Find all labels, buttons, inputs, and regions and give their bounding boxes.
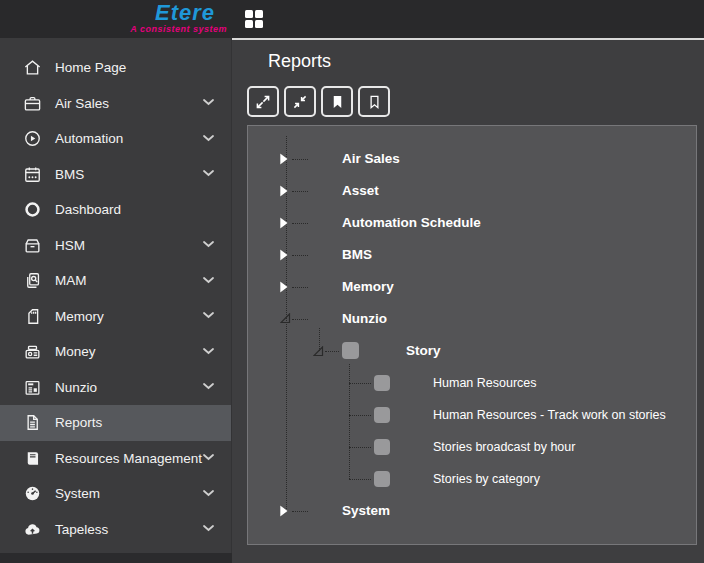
- tree-item-label[interactable]: Stories broadcast by hour: [433, 431, 575, 463]
- chevron-down-icon[interactable]: [203, 490, 214, 497]
- newspaper-icon: [22, 377, 42, 397]
- tree-expander-collapsed-icon[interactable]: [280, 249, 288, 261]
- tree-item-label[interactable]: Story: [406, 335, 441, 367]
- tree-item-system[interactable]: System: [248, 495, 696, 527]
- tree-item-nunzio[interactable]: Nunzio: [248, 303, 696, 335]
- sidebar-item-air-sales[interactable]: Air Sales: [0, 86, 231, 122]
- chevron-down-icon[interactable]: [203, 99, 214, 106]
- tree-expander-expanded-icon[interactable]: [313, 346, 324, 357]
- tree-item-checkbox[interactable]: [374, 375, 390, 391]
- chevron-down-icon[interactable]: [203, 383, 214, 390]
- sidebar-item-label: BMS: [55, 167, 84, 182]
- sidebar-item-mam[interactable]: MAM: [0, 263, 231, 299]
- logo-tagline: A consistent system: [130, 24, 227, 34]
- main-content: Reports: [232, 38, 704, 563]
- tree-expander-collapsed-icon[interactable]: [280, 185, 288, 197]
- tree-item-label[interactable]: System: [342, 495, 390, 527]
- tree-item-label[interactable]: BMS: [342, 239, 372, 271]
- tree-item-checkbox[interactable]: [374, 439, 390, 455]
- play-circle-icon: [22, 129, 42, 149]
- tree-expander-collapsed-icon[interactable]: [280, 281, 288, 293]
- sidebar: Home Page Air Sales Automation BMS Dashb…: [0, 38, 232, 553]
- tree-item-label[interactable]: Human Resources: [433, 367, 537, 399]
- logo: Etere A consistent system: [0, 0, 232, 38]
- apps-grid-icon[interactable]: [243, 9, 265, 31]
- chevron-down-icon[interactable]: [203, 170, 214, 177]
- sidebar-item-tapeless[interactable]: Tapeless: [0, 512, 231, 548]
- sidebar-item-label: Nunzio: [55, 380, 97, 395]
- chevron-down-icon[interactable]: [203, 454, 214, 461]
- report-document-icon: [22, 413, 42, 433]
- tree-item-asset[interactable]: Asset: [248, 175, 696, 207]
- tree-item-automation-schedule[interactable]: Automation Schedule: [248, 207, 696, 239]
- sidebar-item-hsm[interactable]: HSM: [0, 228, 231, 264]
- sidebar-item-label: Memory: [55, 309, 104, 324]
- sd-card-icon: [22, 306, 42, 326]
- chevron-down-icon[interactable]: [203, 241, 214, 248]
- tree-expander-collapsed-icon[interactable]: [280, 153, 288, 165]
- expand-icon: [255, 94, 271, 110]
- bookmark-outline-icon: [367, 94, 382, 110]
- tree-item-human-resources-track-work[interactable]: Human Resources - Track work on stories: [248, 399, 696, 431]
- sidebar-item-label: Automation: [55, 131, 123, 146]
- bookmark-filled-button[interactable]: [321, 86, 353, 117]
- calendar-icon: [22, 164, 42, 184]
- gauge-icon: [22, 484, 42, 504]
- tree-item-label[interactable]: Memory: [342, 271, 394, 303]
- tree: Air Sales Asset Automation Schedule BMS …: [248, 126, 696, 527]
- bookmark-outline-button[interactable]: [358, 86, 390, 117]
- chevron-down-icon[interactable]: [203, 312, 214, 319]
- tree-item-air-sales[interactable]: Air Sales: [248, 143, 696, 175]
- tree-item-stories-by-category[interactable]: Stories by category: [248, 463, 696, 495]
- chevron-down-icon[interactable]: [203, 348, 214, 355]
- sidebar-item-reports[interactable]: Reports: [0, 405, 231, 441]
- tree-item-human-resources[interactable]: Human Resources: [248, 367, 696, 399]
- logo-title: Etere: [155, 0, 215, 26]
- tree-item-checkbox[interactable]: [374, 407, 390, 423]
- sidebar-item-automation[interactable]: Automation: [0, 121, 231, 157]
- tree-item-bms[interactable]: BMS: [248, 239, 696, 271]
- chevron-down-icon[interactable]: [203, 277, 214, 284]
- tree-item-label[interactable]: Human Resources - Track work on stories: [433, 399, 666, 431]
- tree-item-label[interactable]: Air Sales: [342, 143, 400, 175]
- briefcase-icon: [22, 93, 42, 113]
- tree-item-label[interactable]: Automation Schedule: [342, 207, 481, 239]
- tree-expander-collapsed-icon[interactable]: [280, 505, 288, 517]
- bookmark-filled-icon: [330, 94, 345, 110]
- sidebar-item-memory[interactable]: Memory: [0, 299, 231, 335]
- sidebar-item-nunzio[interactable]: Nunzio: [0, 370, 231, 406]
- collapse-all-button[interactable]: [284, 86, 316, 117]
- tree-item-label[interactable]: Nunzio: [342, 303, 387, 335]
- sidebar-item-label: Dashboard: [55, 202, 121, 217]
- reports-tree-panel: Air Sales Asset Automation Schedule BMS …: [247, 125, 697, 545]
- sidebar-item-label: Air Sales: [55, 96, 109, 111]
- chevron-down-icon[interactable]: [203, 135, 214, 142]
- page-title: Reports: [268, 51, 331, 72]
- sidebar-item-label: HSM: [55, 238, 85, 253]
- tree-item-label[interactable]: Stories by category: [433, 463, 540, 495]
- tree-item-memory[interactable]: Memory: [248, 271, 696, 303]
- tree-expander-collapsed-icon[interactable]: [280, 217, 288, 229]
- sidebar-item-label: Resources Management: [55, 451, 202, 466]
- sidebar-item-resources-management[interactable]: Resources Management: [0, 441, 231, 477]
- sidebar-item-home-page[interactable]: Home Page: [0, 50, 231, 86]
- sidebar-item-system[interactable]: System: [0, 476, 231, 512]
- expand-all-button[interactable]: [247, 86, 279, 117]
- tree-expander-expanded-icon[interactable]: [280, 313, 291, 324]
- sidebar-item-bms[interactable]: BMS: [0, 157, 231, 193]
- tree-item-label[interactable]: Asset: [342, 175, 379, 207]
- sidebar-item-dashboard[interactable]: Dashboard: [0, 192, 231, 228]
- sidebar-footer: [0, 553, 232, 563]
- tree-item-story[interactable]: Story: [248, 335, 696, 367]
- book-icon: [22, 448, 42, 468]
- sidebar-item-label: Tapeless: [55, 522, 108, 537]
- home-icon: [22, 58, 42, 78]
- apps-grid-icon: [244, 9, 264, 29]
- sidebar-item-money[interactable]: Money: [0, 334, 231, 370]
- tree-item-stories-broadcast-by-hour[interactable]: Stories broadcast by hour: [248, 431, 696, 463]
- cloud-upload-icon: [22, 519, 42, 539]
- tree-item-checkbox[interactable]: [374, 471, 390, 487]
- top-bar: Etere A consistent system: [0, 0, 704, 38]
- tree-item-checkbox[interactable]: [342, 342, 359, 359]
- chevron-down-icon[interactable]: [203, 525, 214, 532]
